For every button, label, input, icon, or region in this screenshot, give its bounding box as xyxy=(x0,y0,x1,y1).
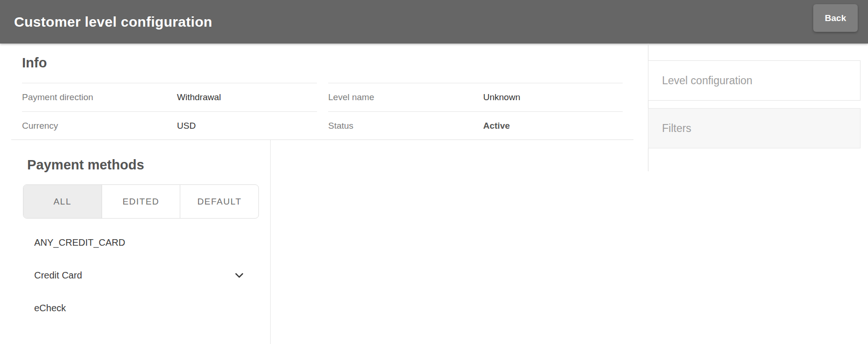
level-name-label: Level name xyxy=(328,92,374,102)
status-label: Status xyxy=(328,121,353,131)
tab-default[interactable]: DEFAULT xyxy=(180,185,258,218)
sidebar-section-label: Level configuration xyxy=(662,74,752,87)
section-divider xyxy=(11,139,633,140)
list-item-credit-card[interactable]: Credit Card xyxy=(34,269,259,282)
tab-edited[interactable]: EDITED xyxy=(102,185,181,218)
currency-label: Currency xyxy=(22,121,58,131)
app-header: Customer level configuration Back xyxy=(0,0,868,44)
payment-direction-value: Withdrawal xyxy=(177,92,221,102)
sidebar-section-label: Filters xyxy=(662,122,691,135)
level-name-value: Unknown xyxy=(483,92,520,102)
info-table-left-column: Payment direction Withdrawal Currency US… xyxy=(22,83,317,140)
payment-panel-divider xyxy=(270,140,271,344)
info-table-right-column: Level name Unknown Status Active xyxy=(328,83,623,140)
payment-direction-label: Payment direction xyxy=(22,92,93,102)
list-item-label: ANY_CREDIT_CARD xyxy=(34,237,125,248)
list-item-label: Credit Card xyxy=(34,270,82,281)
tab-all[interactable]: ALL xyxy=(23,185,102,218)
info-heading: Info xyxy=(22,55,47,71)
payment-methods-heading: Payment methods xyxy=(27,157,144,173)
back-button[interactable]: Back xyxy=(813,4,858,32)
info-row-status: Status Active xyxy=(328,111,623,140)
list-item-echeck[interactable]: eCheck xyxy=(34,301,259,315)
sidebar-section-level-configuration[interactable]: Level configuration xyxy=(648,60,861,101)
list-item-label: eCheck xyxy=(34,303,66,314)
status-value: Active xyxy=(483,121,510,131)
list-item-any-credit-card[interactable]: ANY_CREDIT_CARD xyxy=(34,236,259,249)
info-row-payment-direction: Payment direction Withdrawal xyxy=(22,83,317,111)
page-title: Customer level configuration xyxy=(14,14,212,30)
chevron-down-icon[interactable] xyxy=(234,270,245,281)
currency-value: USD xyxy=(177,121,196,131)
payment-methods-tabs: ALL EDITED DEFAULT xyxy=(23,184,259,219)
info-row-currency: Currency USD xyxy=(22,111,317,140)
sidebar-section-filters[interactable]: Filters xyxy=(648,108,861,148)
info-row-level-name: Level name Unknown xyxy=(328,83,623,111)
